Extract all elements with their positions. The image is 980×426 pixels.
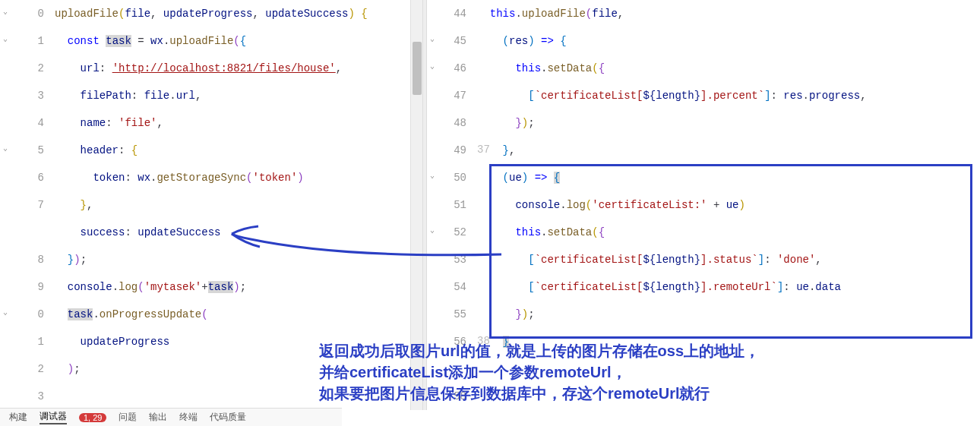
tab-terminal[interactable]: 终端 <box>179 411 198 424</box>
line-number: 47 <box>447 82 466 109</box>
line-number: 1 <box>15 27 44 55</box>
line-number: 6 <box>15 164 44 191</box>
code-line[interactable]: }); <box>52 246 410 273</box>
line-number: 7 <box>15 191 44 219</box>
line-number: 51 <box>447 191 466 219</box>
code-line[interactable]: }); <box>474 301 980 328</box>
tab-output[interactable]: 输出 <box>149 411 167 424</box>
scrollbar-thumb[interactable] <box>413 42 422 95</box>
line-number: 55 <box>447 301 466 328</box>
code-line[interactable]: name: 'file', <box>52 109 410 137</box>
chevron-down-icon[interactable]: ⌄ <box>3 144 8 153</box>
error-badge[interactable]: 1, 29 <box>79 413 106 422</box>
chevron-down-icon[interactable]: ⌄ <box>3 7 8 16</box>
tab-debugger[interactable]: 调试器 <box>40 410 67 424</box>
code-line[interactable]: console.log('certificateList:' + ue) <box>474 191 980 219</box>
code-line[interactable]: [`certificateList[${length}].remoteUrl`]… <box>474 273 980 301</box>
code-line[interactable]: (ue) => { <box>474 164 980 191</box>
left-line-numbers: 0 1 2 3 4 5 6 7 8 9 0 1 2 3 <box>15 0 52 410</box>
chevron-down-icon[interactable]: ⌄ <box>430 62 435 71</box>
line-number: 53 <box>447 246 466 273</box>
code-line[interactable]: filePath: file.url, <box>52 82 410 109</box>
tab-build[interactable]: 构建 <box>9 411 27 424</box>
line-number: 52 <box>447 219 466 246</box>
code-line[interactable]: }, <box>474 137 980 164</box>
annotation-line: 并给certificateList添加一个参数remoteUrl， <box>319 361 760 383</box>
code-line[interactable]: this.uploadFile(file, <box>474 0 980 27</box>
code-line[interactable]: const task = wx.uploadFile({ <box>52 27 410 55</box>
code-line[interactable]: url: 'http://localhost:8821/files/house'… <box>52 55 410 82</box>
code-line[interactable]: uploadFile(file, updateProgress, updateS… <box>52 0 410 27</box>
code-line[interactable]: task.onProgressUpdate( <box>52 301 410 328</box>
line-number: 3 <box>15 383 44 410</box>
line-number: 49 <box>447 137 466 164</box>
line-number: 0 <box>15 0 44 27</box>
code-line[interactable]: }, <box>52 191 410 219</box>
annotation-line: 返回成功后取图片url的值，就是上传的图片存储在oss上的地址， <box>319 340 760 361</box>
bottom-tab-bar: 构建 调试器 1, 29 问题 输出 终端 代码质量 <box>0 408 342 426</box>
line-number: 44 <box>447 0 466 27</box>
line-number: 8 <box>15 246 44 273</box>
tab-problems[interactable]: 问题 <box>119 411 137 424</box>
code-line[interactable]: this.setData({ <box>474 55 980 82</box>
code-line[interactable]: [`certificateList[${length}].percent`]: … <box>474 82 980 109</box>
line-number: 48 <box>447 109 466 137</box>
line-number: 9 <box>15 273 44 301</box>
chevron-down-icon[interactable]: ⌄ <box>430 171 435 180</box>
left-fold-gutter[interactable]: ⌄ ⌄ ⌄ ⌄ <box>0 0 15 410</box>
code-line[interactable]: [`certificateList[${length}].status`]: '… <box>474 246 980 273</box>
annotation-text: 返回成功后取图片url的值，就是上传的图片存储在oss上的地址， 并给certi… <box>319 340 760 404</box>
line-number: 45 <box>447 27 466 55</box>
line-number: 50 <box>447 164 466 191</box>
tab-code-quality[interactable]: 代码质量 <box>210 411 246 424</box>
chevron-down-icon[interactable]: ⌄ <box>3 308 8 317</box>
code-line[interactable]: (res) => { <box>474 27 980 55</box>
line-number: 2 <box>15 355 44 383</box>
code-line[interactable]: header: { <box>52 137 410 164</box>
line-number: 3 <box>15 82 44 109</box>
line-number: 4 <box>15 109 44 137</box>
code-line[interactable]: token: wx.getStorageSync('token') <box>52 164 410 191</box>
code-line[interactable]: this.setData({ <box>474 219 980 246</box>
line-number: 46 <box>447 55 466 82</box>
line-number: 54 <box>447 273 466 301</box>
chevron-down-icon[interactable]: ⌄ <box>3 34 8 43</box>
chevron-down-icon[interactable]: ⌄ <box>430 226 435 235</box>
line-number <box>15 219 44 246</box>
line-number: 1 <box>15 328 44 355</box>
annotation-line: 如果要把图片信息保存到数据库中，存这个remoteUrl就行 <box>319 383 760 404</box>
line-number: 2 <box>15 55 44 82</box>
faded-linenum: 37 <box>477 144 490 156</box>
code-line[interactable]: }); <box>474 109 980 137</box>
line-number: 5 <box>15 137 44 164</box>
chevron-down-icon[interactable]: ⌄ <box>430 34 435 43</box>
line-number: 0 <box>15 301 44 328</box>
code-line[interactable]: console.log('mytasek'+task); <box>52 273 410 301</box>
code-line[interactable]: success: updateSuccess <box>52 219 410 246</box>
